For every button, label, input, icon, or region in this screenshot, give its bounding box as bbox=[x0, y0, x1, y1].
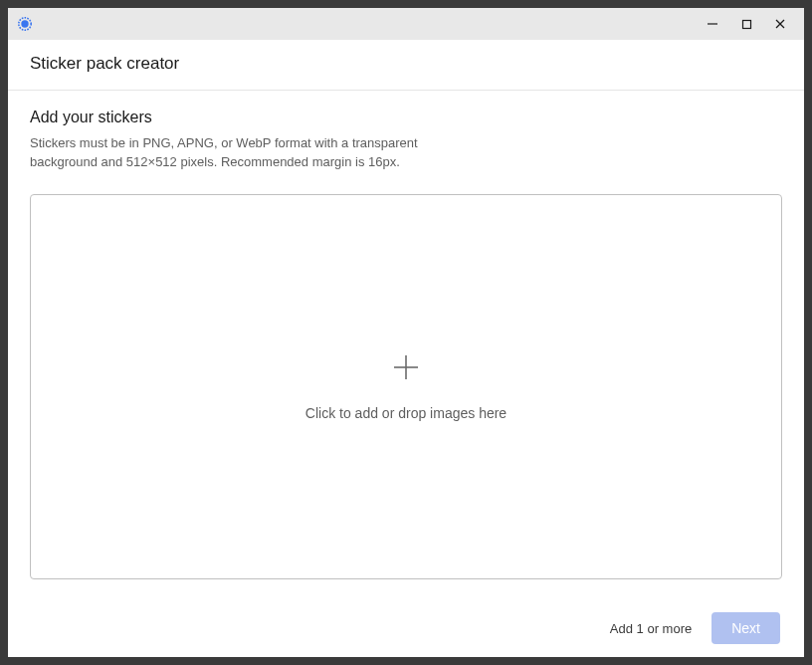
minimize-button[interactable] bbox=[705, 16, 720, 32]
sticker-dropzone[interactable]: Click to add or drop images here bbox=[30, 194, 782, 579]
close-button[interactable] bbox=[772, 16, 788, 32]
upload-section-title: Add your stickers bbox=[30, 109, 782, 126]
page-title: Sticker pack creator bbox=[30, 54, 782, 74]
titlebar bbox=[8, 8, 804, 40]
footer: Add 1 or more Next bbox=[8, 599, 804, 657]
signal-app-icon bbox=[16, 15, 34, 33]
window-controls bbox=[705, 16, 796, 32]
content-area: Add your stickers Stickers must be in PN… bbox=[8, 91, 804, 599]
svg-point-1 bbox=[21, 20, 28, 27]
plus-icon bbox=[390, 351, 422, 387]
titlebar-left bbox=[16, 15, 34, 33]
upload-section-description: Stickers must be in PNG, APNG, or WebP f… bbox=[30, 134, 458, 172]
footer-hint: Add 1 or more bbox=[610, 621, 692, 636]
maximize-button[interactable] bbox=[738, 16, 754, 32]
svg-rect-3 bbox=[742, 20, 750, 28]
page-header: Sticker pack creator bbox=[8, 40, 804, 91]
dropzone-label: Click to add or drop images here bbox=[305, 405, 507, 421]
app-window: Sticker pack creator Add your stickers S… bbox=[8, 8, 804, 657]
next-button[interactable]: Next bbox=[711, 612, 780, 644]
